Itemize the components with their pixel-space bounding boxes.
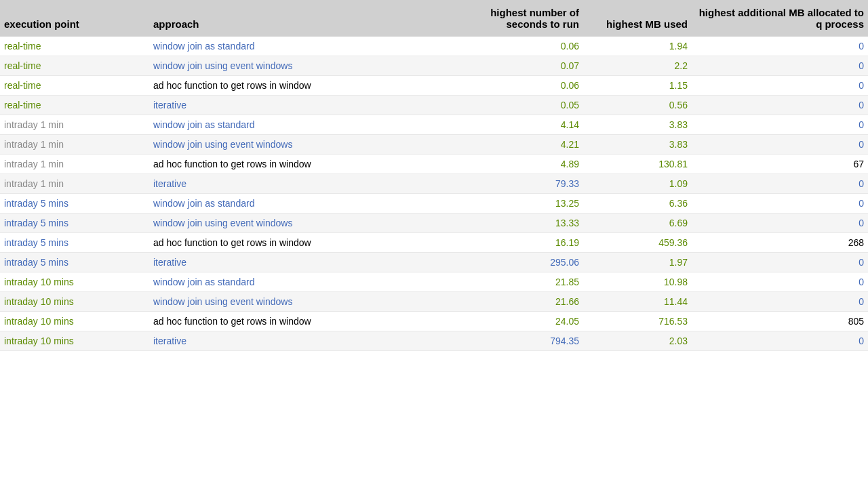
cell-approach: ad hoc function to get rows in window (149, 312, 475, 331)
cell-secs: 16.19 (475, 233, 583, 253)
cell-secs: 0.05 (475, 96, 583, 115)
cell-approach: window join using event windows (149, 214, 475, 233)
cell-addl: 0 (692, 37, 868, 56)
cell-exec: real-time (0, 56, 149, 76)
cell-secs: 295.06 (475, 253, 583, 272)
cell-secs: 13.33 (475, 214, 583, 233)
cell-exec: intraday 1 min (0, 155, 149, 174)
cell-approach: iterative (149, 96, 475, 115)
cell-exec: intraday 10 mins (0, 292, 149, 312)
cell-addl: 0 (692, 194, 868, 214)
cell-exec: real-time (0, 76, 149, 96)
cell-secs: 79.33 (475, 174, 583, 194)
cell-approach: iterative (149, 331, 475, 351)
cell-addl: 67 (692, 155, 868, 174)
cell-secs: 0.06 (475, 76, 583, 96)
cell-addl: 0 (692, 56, 868, 76)
cell-mb: 2.03 (583, 331, 692, 351)
table-row: intraday 10 minswindow join using event … (0, 292, 868, 312)
table-row: real-timead hoc function to get rows in … (0, 76, 868, 96)
cell-mb: 1.09 (583, 174, 692, 194)
cell-exec: intraday 1 min (0, 115, 149, 135)
cell-secs: 794.35 (475, 331, 583, 351)
cell-addl: 805 (692, 312, 868, 331)
cell-secs: 24.05 (475, 312, 583, 331)
cell-secs: 13.25 (475, 194, 583, 214)
cell-addl: 0 (692, 174, 868, 194)
cell-addl: 0 (692, 253, 868, 272)
cell-addl: 0 (692, 292, 868, 312)
cell-mb: 1.97 (583, 253, 692, 272)
cell-mb: 1.94 (583, 37, 692, 56)
table-row: real-timeiterative0.050.560 (0, 96, 868, 115)
cell-exec: intraday 5 mins (0, 214, 149, 233)
cell-exec: intraday 1 min (0, 135, 149, 155)
table-row: intraday 1 minad hoc function to get row… (0, 155, 868, 174)
cell-mb: 459.36 (583, 233, 692, 253)
table-header-row: execution point approach highest number … (0, 0, 868, 37)
cell-mb: 716.53 (583, 312, 692, 331)
table-row: real-timewindow join using event windows… (0, 56, 868, 76)
cell-approach: window join as standard (149, 194, 475, 214)
cell-addl: 0 (692, 272, 868, 292)
cell-secs: 4.14 (475, 115, 583, 135)
table-row: intraday 5 minswindow join as standard13… (0, 194, 868, 214)
cell-exec: intraday 1 min (0, 174, 149, 194)
cell-mb: 10.98 (583, 272, 692, 292)
cell-mb: 2.2 (583, 56, 692, 76)
cell-mb: 11.44 (583, 292, 692, 312)
col-header-exec: execution point (0, 0, 149, 37)
cell-approach: iterative (149, 174, 475, 194)
cell-approach: window join using event windows (149, 135, 475, 155)
cell-approach: ad hoc function to get rows in window (149, 76, 475, 96)
table-row: intraday 5 minswindow join using event w… (0, 214, 868, 233)
col-header-approach: approach (149, 0, 475, 37)
cell-addl: 0 (692, 135, 868, 155)
cell-exec: intraday 5 mins (0, 194, 149, 214)
cell-mb: 130.81 (583, 155, 692, 174)
cell-secs: 4.21 (475, 135, 583, 155)
cell-approach: ad hoc function to get rows in window (149, 155, 475, 174)
cell-mb: 3.83 (583, 135, 692, 155)
table-row: intraday 5 minsad hoc function to get ro… (0, 233, 868, 253)
cell-approach: window join as standard (149, 272, 475, 292)
table-row: intraday 1 miniterative79.331.090 (0, 174, 868, 194)
table-row: intraday 10 minsad hoc function to get r… (0, 312, 868, 331)
cell-addl: 0 (692, 115, 868, 135)
cell-exec: real-time (0, 96, 149, 115)
cell-exec: intraday 10 mins (0, 312, 149, 331)
cell-exec: real-time (0, 37, 149, 56)
cell-secs: 21.85 (475, 272, 583, 292)
cell-exec: intraday 5 mins (0, 233, 149, 253)
cell-exec: intraday 10 mins (0, 331, 149, 351)
cell-approach: window join as standard (149, 115, 475, 135)
cell-secs: 21.66 (475, 292, 583, 312)
cell-addl: 0 (692, 331, 868, 351)
col-header-mb: highest MB used (583, 0, 692, 37)
cell-mb: 0.56 (583, 96, 692, 115)
cell-secs: 0.06 (475, 37, 583, 56)
table-row: intraday 1 minwindow join as standard4.1… (0, 115, 868, 135)
cell-addl: 268 (692, 233, 868, 253)
cell-addl: 0 (692, 76, 868, 96)
cell-mb: 3.83 (583, 115, 692, 135)
cell-exec: intraday 10 mins (0, 272, 149, 292)
table-row: intraday 1 minwindow join using event wi… (0, 135, 868, 155)
cell-addl: 0 (692, 214, 868, 233)
cell-mb: 6.36 (583, 194, 692, 214)
cell-addl: 0 (692, 96, 868, 115)
cell-secs: 4.89 (475, 155, 583, 174)
cell-approach: ad hoc function to get rows in window (149, 233, 475, 253)
data-table: execution point approach highest number … (0, 0, 868, 351)
cell-secs: 0.07 (475, 56, 583, 76)
table-row: intraday 5 minsiterative295.061.970 (0, 253, 868, 272)
cell-mb: 6.69 (583, 214, 692, 233)
cell-approach: window join using event windows (149, 56, 475, 76)
table-row: real-timewindow join as standard0.061.94… (0, 37, 868, 56)
table-row: intraday 10 minsiterative794.352.030 (0, 331, 868, 351)
col-header-secs: highest number of seconds to run (475, 0, 583, 37)
cell-approach: iterative (149, 253, 475, 272)
cell-mb: 1.15 (583, 76, 692, 96)
cell-approach: window join using event windows (149, 292, 475, 312)
table-row: intraday 10 minswindow join as standard2… (0, 272, 868, 292)
